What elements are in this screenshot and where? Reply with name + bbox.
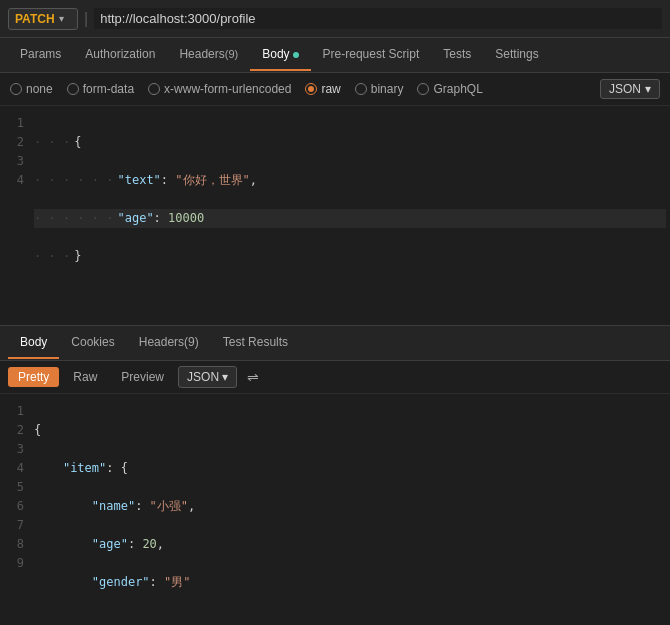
radio-circle-binary xyxy=(355,83,367,95)
dots-2: · · · · · · xyxy=(34,171,113,190)
json-format-dropdown[interactable]: JSON ▾ xyxy=(600,79,660,99)
response-format-row: Pretty Raw Preview JSON ▾ ⇌ xyxy=(0,361,670,394)
radio-form-data[interactable]: form-data xyxy=(67,82,134,96)
dots-1: · · · xyxy=(34,133,70,152)
response-tabs: Body Cookies Headers(9) Test Results xyxy=(0,326,670,361)
response-tab-test-results[interactable]: Test Results xyxy=(211,327,300,359)
url-input[interactable] xyxy=(94,8,662,29)
chevron-down-icon: ▾ xyxy=(222,370,228,384)
body-dot-indicator xyxy=(293,52,299,58)
request-tabs: Params Authorization Headers(9) Body Pre… xyxy=(0,38,670,73)
resp-line-4: "age": 20, xyxy=(34,535,666,554)
dots-4: · · · xyxy=(34,247,70,266)
headers-badge: (9) xyxy=(225,48,238,60)
dots-3: · · · · · · xyxy=(34,209,113,228)
code-line-3: · · · · · ·"age": 10000 xyxy=(34,209,666,228)
tab-tests[interactable]: Tests xyxy=(431,39,483,71)
resp-line-1: { xyxy=(34,421,666,440)
tab-settings[interactable]: Settings xyxy=(483,39,550,71)
resp-line-5: "gender": "男" xyxy=(34,573,666,592)
body-type-selector: none form-data x-www-form-urlencoded raw… xyxy=(0,73,670,106)
tab-authorization[interactable]: Authorization xyxy=(73,39,167,71)
tab-params[interactable]: Params xyxy=(8,39,73,71)
resp-line-3: "name": "小强", xyxy=(34,497,666,516)
response-code-content: { "item": { "name": "小强", "age": 20, "ge… xyxy=(30,394,670,604)
code-line-2: · · · · · ·"text": "你好，世界", xyxy=(34,171,666,190)
radio-circle-none xyxy=(10,83,22,95)
chevron-down-icon: ▾ xyxy=(59,13,64,24)
method-selector[interactable]: PATCH ▾ xyxy=(8,8,78,30)
radio-none[interactable]: none xyxy=(10,82,53,96)
response-headers-badge: (9) xyxy=(184,335,199,349)
tab-headers[interactable]: Headers(9) xyxy=(167,39,250,71)
radio-circle-raw xyxy=(305,83,317,95)
response-line-numbers: 1 2 3 4 5 6 7 8 9 xyxy=(0,394,30,604)
resp-line-2: "item": { xyxy=(34,459,666,478)
response-tab-cookies[interactable]: Cookies xyxy=(59,327,126,359)
url-separator: | xyxy=(84,10,88,28)
chevron-down-icon: ▾ xyxy=(645,82,651,96)
response-tab-headers[interactable]: Headers(9) xyxy=(127,327,211,359)
url-bar: PATCH ▾ | xyxy=(0,0,670,38)
tab-body[interactable]: Body xyxy=(250,39,310,71)
code-line-1: · · ·{ xyxy=(34,133,666,152)
radio-circle-graphql xyxy=(417,83,429,95)
code-line-4: · · ·} xyxy=(34,247,666,266)
request-body-editor[interactable]: 1 2 3 4 · · ·{ · · · · · ·"text": "你好，世界… xyxy=(0,106,670,326)
format-raw-button[interactable]: Raw xyxy=(63,367,107,387)
line-numbers: 1 2 3 4 xyxy=(0,106,30,325)
radio-binary[interactable]: binary xyxy=(355,82,404,96)
response-json-format-dropdown[interactable]: JSON ▾ xyxy=(178,366,237,388)
radio-urlencoded[interactable]: x-www-form-urlencoded xyxy=(148,82,291,96)
method-value: PATCH xyxy=(15,12,55,26)
wrap-icon[interactable]: ⇌ xyxy=(241,366,265,388)
editor-content[interactable]: · · ·{ · · · · · ·"text": "你好，世界", · · ·… xyxy=(30,106,670,325)
radio-circle-form-data xyxy=(67,83,79,95)
radio-graphql[interactable]: GraphQL xyxy=(417,82,482,96)
tab-pre-request-script[interactable]: Pre-request Script xyxy=(311,39,432,71)
response-tab-body[interactable]: Body xyxy=(8,327,59,359)
format-preview-button[interactable]: Preview xyxy=(111,367,174,387)
response-section: Body Cookies Headers(9) Test Results Pre… xyxy=(0,326,670,604)
response-body-content: 1 2 3 4 5 6 7 8 9 { "item": { "name": "小… xyxy=(0,394,670,604)
radio-circle-urlencoded xyxy=(148,83,160,95)
format-pretty-button[interactable]: Pretty xyxy=(8,367,59,387)
radio-raw[interactable]: raw xyxy=(305,82,340,96)
